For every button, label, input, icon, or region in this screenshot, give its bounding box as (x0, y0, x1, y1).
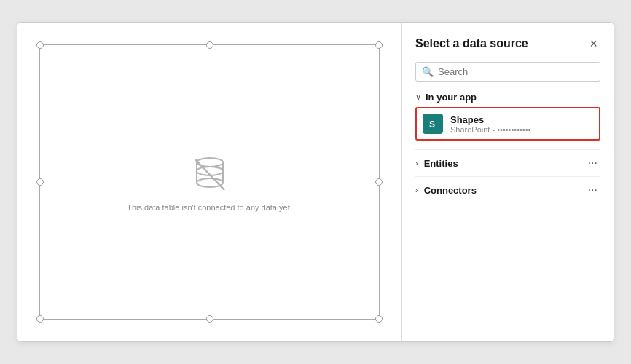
search-box: 🔍 (415, 62, 600, 82)
entities-label: Entities (424, 158, 585, 169)
canvas-empty-label: This data table isn't connected to any d… (127, 203, 292, 212)
handle-bot-mid[interactable] (206, 315, 213, 323)
sharepoint-icon: S (427, 118, 439, 130)
connectors-more-button[interactable]: ··· (585, 183, 600, 197)
shapes-item-text: Shapes SharePoint - •••••••••••• (450, 114, 593, 134)
in-your-app-label: In your app (426, 92, 477, 103)
handle-bot-left[interactable] (36, 315, 44, 323)
main-card: This data table isn't connected to any d… (17, 22, 614, 342)
canvas-frame: This data table isn't connected to any d… (39, 44, 380, 320)
chevron-right-connectors-icon: › (415, 186, 418, 194)
shapes-item-sub: SharePoint - •••••••••••• (450, 125, 593, 134)
canvas-area: This data table isn't connected to any d… (17, 23, 402, 341)
in-your-app-header[interactable]: ∨ In your app (415, 92, 600, 103)
chevron-right-entities-icon: › (415, 159, 418, 167)
handle-top-mid[interactable] (206, 41, 213, 49)
in-your-app-list: S Shapes SharePoint - •••••••••••• (415, 107, 600, 142)
search-input[interactable] (438, 66, 594, 77)
side-panel: Select a data source × 🔍 ∨ In your app S (402, 23, 614, 341)
connectors-section[interactable]: › Connectors ··· (415, 176, 600, 203)
shapes-item[interactable]: S Shapes SharePoint - •••••••••••• (415, 107, 600, 141)
handle-mid-left[interactable] (36, 178, 44, 186)
chevron-down-icon: ∨ (415, 92, 421, 102)
svg-point-3 (197, 178, 223, 187)
search-icon: 🔍 (422, 66, 434, 77)
handle-top-right[interactable] (375, 41, 383, 49)
connectors-label: Connectors (424, 185, 585, 196)
svg-text:S: S (429, 119, 435, 130)
canvas-content: This data table isn't connected to any d… (40, 45, 379, 319)
panel-title: Select a data source (415, 37, 528, 50)
handle-bot-right[interactable] (375, 315, 383, 323)
shapes-item-icon: S (423, 114, 443, 134)
handle-mid-right[interactable] (375, 178, 383, 186)
panel-header: Select a data source × (415, 36, 600, 52)
database-disconnected-icon (188, 152, 232, 196)
close-button[interactable]: × (587, 36, 600, 52)
handle-top-left[interactable] (36, 41, 44, 49)
entities-section[interactable]: › Entities ··· (415, 149, 600, 176)
entities-more-button[interactable]: ··· (585, 156, 600, 170)
shapes-item-name: Shapes (450, 114, 593, 125)
